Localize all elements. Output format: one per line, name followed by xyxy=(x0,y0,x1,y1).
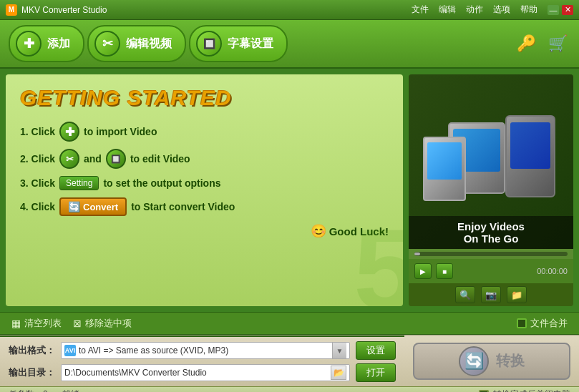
output-area: 输出格式： AVI to AVI => Same as source (XVID… xyxy=(0,335,579,386)
settings-button[interactable]: 设置 xyxy=(356,341,396,360)
preview-bottom-controls: 🔍 📷 📁 xyxy=(409,283,573,306)
step1-text: to import Video xyxy=(84,126,157,137)
open-button[interactable]: 打开 xyxy=(356,363,396,382)
step4-text: to Start convert Video xyxy=(131,201,235,212)
edit-video-button[interactable]: ✂ 编辑视频 xyxy=(87,25,186,62)
window-controls: — ✕ xyxy=(548,5,573,15)
shutdown-label: 转换完成后关闭电脑 xyxy=(493,388,570,392)
format-dropdown-arrow[interactable]: ▼ xyxy=(332,343,346,358)
output-settings: 输出格式： AVI to AVI => Same as source (XVID… xyxy=(0,335,404,386)
menu-file[interactable]: 文件 xyxy=(412,4,429,16)
gs-step-3: 3. Click Setting to set the output optio… xyxy=(20,176,389,190)
title-bar: M MKV Converter Studio 文件 编辑 动作 选项 帮助 — … xyxy=(0,0,579,20)
setting-button[interactable]: Setting xyxy=(59,176,99,190)
main-area: 5 GETTING STARTED 1. Click ✚ to import V… xyxy=(0,69,579,312)
seekbar[interactable] xyxy=(414,252,568,256)
preview-caption: Enjoy Videos On The Go xyxy=(409,216,573,249)
key-icon[interactable]: 🔑 xyxy=(513,31,539,57)
format-icon: AVI xyxy=(64,345,76,356)
step2-sub-icon: 🔲 xyxy=(106,149,126,169)
device-illustration xyxy=(423,112,559,212)
preview-panel: Enjoy Videos On The Go ▶ ■ 00:00:00 🔍 📷 xyxy=(409,74,573,306)
convert-btn-label: 转换 xyxy=(496,351,525,371)
menu-edit[interactable]: 编辑 xyxy=(439,4,456,16)
convert-btn-area: 🔄 转换 xyxy=(404,335,579,386)
play-button[interactable]: ▶ xyxy=(414,263,432,279)
app-title: MKV Converter Studio xyxy=(21,5,412,15)
cart-icon[interactable]: 🛒 xyxy=(545,31,570,57)
menu-options[interactable]: 选项 xyxy=(493,4,510,16)
menu-bar: 文件 编辑 动作 选项 帮助 xyxy=(412,4,537,16)
clear-list-button[interactable]: ▦ 清空列表 xyxy=(11,317,73,330)
menu-action[interactable]: 动作 xyxy=(466,4,483,16)
dir-row: 输出目录： D:\Documents\MKV Converter Studio … xyxy=(9,363,396,382)
good-luck-text: 😊 Good Luck! xyxy=(20,223,389,239)
zoom-in-icon[interactable]: 🔍 xyxy=(455,286,475,303)
device-front xyxy=(423,137,466,201)
toolbar: ✚ 添加 ✂ 编辑视频 🔲 字幕设置 🔑 🛒 xyxy=(0,20,579,69)
getting-started-panel: 5 GETTING STARTED 1. Click ✚ to import V… xyxy=(6,74,403,306)
playback-controls: ▶ ■ 00:00:00 xyxy=(409,259,573,283)
remove-selected-button[interactable]: ⊠ 移除选中项 xyxy=(73,317,143,330)
step2-num: 2. Click xyxy=(20,153,55,165)
step4-num: 4. Click xyxy=(20,201,55,212)
step1-num: 1. Click xyxy=(20,126,55,137)
gs-step-1: 1. Click ✚ to import Video xyxy=(20,122,389,142)
gs-step-4: 4. Click 🔄 Convert to Start convert Vide… xyxy=(20,197,389,216)
status-bar: 任务数：0 就绪 转换完成后关闭电脑 xyxy=(0,386,579,392)
time-display: 00:00:00 xyxy=(457,267,568,275)
subtitle-button[interactable]: 🔲 字幕设置 xyxy=(189,25,288,62)
step3-num: 3. Click xyxy=(20,177,55,189)
step2-text: to edit Video xyxy=(130,153,190,165)
convert-button-inline[interactable]: 🔄 Convert xyxy=(59,197,127,216)
toolbar-right: 🔑 🛒 xyxy=(513,31,570,57)
stop-button[interactable]: ■ xyxy=(436,263,453,279)
list-toolbar: ▦ 清空列表 ⊠ 移除选中项 文件合并 xyxy=(0,312,579,335)
merge-label: 文件合并 xyxy=(530,317,568,330)
camera-icon[interactable]: 📷 xyxy=(481,286,501,303)
bg-logo: 5 xyxy=(354,203,403,306)
format-select[interactable]: AVI to AVI => Same as source (XVID, MP3)… xyxy=(61,342,350,359)
step3-text: to set the output options xyxy=(103,177,220,189)
preview-image-area: Enjoy Videos On The Go xyxy=(409,74,573,249)
grid-icon: ▦ xyxy=(11,318,21,329)
convert-icon: 🔄 xyxy=(459,346,489,376)
browse-button[interactable]: 📂 xyxy=(331,366,346,380)
task-count: 任务数：0 xyxy=(9,388,48,392)
subtitle-icon: 🔲 xyxy=(196,31,222,57)
status-right: 转换完成后关闭电脑 xyxy=(479,388,570,392)
device-front-screen xyxy=(427,142,462,180)
device-back-screen xyxy=(510,122,550,169)
gs-step-2: 2. Click ✂ and 🔲 to edit Video xyxy=(20,149,389,169)
format-value: to AVI => Same as source (XVID, MP3) xyxy=(79,346,329,356)
status-text: 就绪 xyxy=(62,388,79,392)
dir-path: D:\Documents\MKV Converter Studio 📂 xyxy=(61,364,350,381)
convert-button[interactable]: 🔄 转换 xyxy=(413,343,570,380)
gs-steps: 1. Click ✚ to import Video 2. Click ✂ an… xyxy=(20,122,389,216)
app-icon: M xyxy=(6,4,17,16)
add-button[interactable]: ✚ 添加 xyxy=(9,25,84,62)
format-row: 输出格式： AVI to AVI => Same as source (XVID… xyxy=(9,341,396,360)
step2-and: and xyxy=(84,153,102,165)
smiley-icon: 😊 xyxy=(311,224,326,238)
scissors-icon: ✂ xyxy=(94,31,120,57)
format-label: 输出格式： xyxy=(9,344,55,357)
dir-path-text: D:\Documents\MKV Converter Studio xyxy=(64,368,328,378)
minimize-button[interactable]: — xyxy=(548,5,559,15)
step2-scissors-icon: ✂ xyxy=(59,149,79,169)
seekbar-thumb xyxy=(414,253,420,255)
dir-label: 输出目录： xyxy=(9,366,55,379)
merge-checkbox-area: 文件合并 xyxy=(517,317,568,330)
remove-icon: ⊠ xyxy=(73,318,82,329)
close-button[interactable]: ✕ xyxy=(562,5,573,15)
shutdown-checkbox[interactable] xyxy=(479,390,489,393)
menu-help[interactable]: 帮助 xyxy=(520,4,537,16)
gs-title: GETTING STARTED xyxy=(20,86,389,110)
device-back xyxy=(505,115,555,197)
step1-add-icon: ✚ xyxy=(59,122,79,142)
add-icon: ✚ xyxy=(16,31,42,57)
seekbar-area xyxy=(409,249,573,259)
folder-icon[interactable]: 📁 xyxy=(507,286,527,303)
merge-checkbox[interactable] xyxy=(517,318,527,328)
